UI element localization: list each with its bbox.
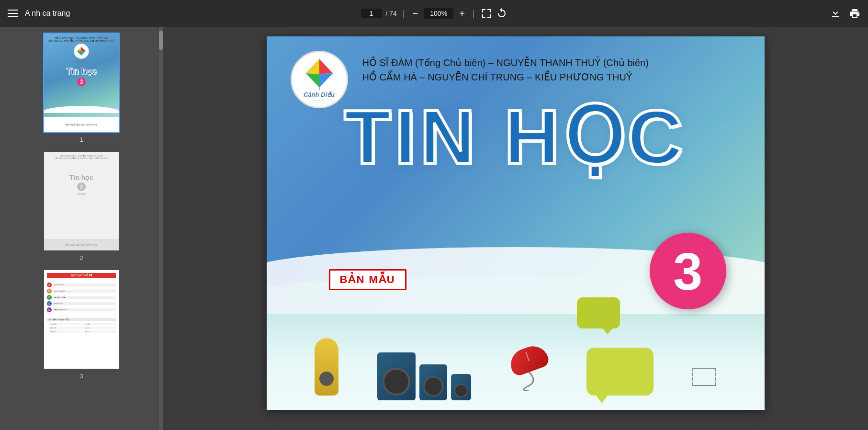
content-area: Cánh Diều ~ ~ ~ HỒ SĨ ĐÀM (Tổng Chủ biên…: [163, 27, 868, 430]
mouse-cable-icon: [509, 372, 548, 391]
yellow-tube-item: [315, 338, 338, 396]
thumb3-bg: MỤC LỤC CHỦ ĐỀ A máy tính và em B bàn ph…: [44, 270, 119, 369]
thumb2-top-text: HỒ SĨ ĐÀM (TBĐ) • NGUYỄN THANH THUỶ (CB)…: [53, 155, 110, 159]
rotate-icon: [496, 8, 507, 19]
authors-line1: HỒ SĨ ĐÀM (Tổng Chủ biên) – NGUYỄN THANH…: [362, 56, 750, 70]
page-input-wrap: [361, 9, 382, 18]
zoom-input-wrap: [424, 8, 453, 19]
thumbnail-frame-3: MỤC LỤC CHỦ ĐỀ A máy tính và em B bàn ph…: [43, 269, 120, 370]
thumb2-ban-hoc: BÁN HỌC: [77, 193, 86, 195]
toolbar-title: A nh ca trang: [25, 9, 70, 18]
svg-marker-2: [77, 51, 81, 56]
thumbnail-frame-1: HỒ SĨ ĐÀM (TBĐ) • NGUYỄN THANH THUỶ (CB)…: [43, 33, 120, 133]
svg-marker-1: [81, 47, 86, 51]
scroll-thumb: [159, 31, 163, 50]
number-circle: 3: [650, 233, 726, 309]
main-title: TIN HỌC: [281, 99, 750, 175]
thumb2-number: 3: [77, 182, 86, 191]
print-icon: [849, 8, 860, 19]
coil-bottom: [692, 382, 716, 386]
chat-bubble-large: [586, 348, 654, 396]
mouse-area: [509, 348, 548, 391]
thumb3-subrow-3: Cứu hỏa ... số 114: [49, 330, 116, 333]
fit-page-icon: [481, 8, 492, 19]
thumb3-row-b: B bàn phím máy tính: [47, 289, 116, 294]
coil-top: [692, 368, 716, 372]
page-display: Cánh Diều ~ ~ ~ HỒ SĨ ĐÀM (Tổng Chủ biên…: [267, 36, 765, 410]
download-icon: [830, 8, 841, 19]
separator-2: |: [473, 9, 475, 19]
rotate-button[interactable]: [496, 8, 507, 19]
svg-marker-7: [306, 59, 319, 74]
authors-area: HỒ SĨ ĐÀM (Tổng Chủ biên) – NGUYỄN THANH…: [362, 56, 750, 84]
thumbnail-item-1[interactable]: HỒ SĨ ĐÀM (TBĐ) • NGUYỄN THANH THUỶ (CB)…: [4, 33, 159, 143]
coil-area: [692, 368, 716, 386]
thumb2-bottom-bar: BAN XUẤT BẢN GIÁO DỤC TP.HCM: [44, 239, 119, 250]
thumb3-subrow: Trung Trực ... số 001: [49, 323, 116, 325]
bottom-items: [267, 324, 765, 400]
thumb3-row-c: C soạn thảo văn bản: [47, 295, 116, 300]
logo-kite-icon: [303, 57, 336, 90]
thumb1-wave: [44, 99, 119, 113]
thumb2-title: Tin học: [69, 174, 93, 181]
coil-mid2: [692, 377, 716, 381]
thumb1-title: Tin học: [66, 66, 97, 77]
thumb1-top-text: HỒ SĨ ĐÀM (TBĐ) • NGUYỄN THANH THUỶ (CB)…: [46, 36, 116, 43]
zoom-plus-button[interactable]: +: [457, 9, 467, 18]
download-button[interactable]: [830, 8, 841, 19]
thumbnail-label-1: 1: [79, 136, 83, 143]
ban-mau-box: BẢN MẪU: [329, 269, 406, 290]
sidebar: HỒ SĨ ĐÀM (TBĐ) • NGUYỄN THANH THUỶ (CB)…: [0, 27, 163, 430]
fit-page-button[interactable]: [481, 8, 492, 19]
separator-1: |: [403, 9, 405, 19]
hamburger-icon: [8, 10, 18, 17]
thumbnail-item-2[interactable]: HỒ SĨ ĐÀM (TBĐ) • NGUYỄN THANH THUỶ (CB)…: [4, 151, 159, 261]
main-area: HỒ SĨ ĐÀM (TBĐ) • NGUYỄN THANH THUỶ (CB)…: [0, 27, 868, 430]
speaker-group: [377, 352, 471, 400]
thumb1-bottom-bar: BAN XUẤT BẢN GIÁO DỤC TP.HCM: [44, 117, 119, 132]
logo-text: Cánh Diều: [304, 91, 335, 98]
speaker-large-item: [377, 352, 416, 400]
toolbar-center: / 74 | − + |: [361, 8, 507, 19]
ban-mau-text: BẢN MẪU: [340, 273, 395, 285]
speaker-small-item: [419, 364, 447, 400]
zoom-minus-button[interactable]: −: [410, 9, 420, 18]
authors-line2: HỒ CẨM HÀ – NGUYỄN CHÍ TRUNG – KIỀU PHƯƠ…: [362, 70, 750, 84]
thumb1-bg: HỒ SĨ ĐÀM (TBĐ) • NGUYỄN THANH THUỶ (CB)…: [44, 34, 119, 132]
thumbnail-frame-2: HỒ SĨ ĐÀM (TBĐ) • NGUYỄN THANH THUỶ (CB)…: [43, 151, 120, 251]
zoom-input[interactable]: [428, 10, 450, 17]
print-button[interactable]: [849, 8, 860, 19]
thumb3-subrow-2: Bệnh viện ... số 115: [49, 327, 116, 329]
menu-button[interactable]: [8, 10, 18, 17]
thumbnail-label-3: 3: [79, 373, 83, 380]
thumb1-logo: [74, 44, 89, 59]
toolbar: A nh ca trang / 74 | − + |: [0, 0, 868, 27]
scroll-indicator[interactable]: [159, 27, 163, 430]
chat-bubbles-area: [586, 297, 654, 396]
page-input[interactable]: [364, 10, 378, 17]
thumb2-bg: HỒ SĨ ĐÀM (TBĐ) • NGUYỄN THANH THUỶ (CB)…: [44, 152, 119, 250]
thumbnail-label-2: 2: [79, 254, 83, 261]
toolbar-right: [830, 8, 860, 19]
thumb3-section: SỐ ĐIỆN THOẠI KHẨN: [47, 318, 116, 321]
thumb3-header: MỤC LỤC CHỦ ĐỀ: [47, 273, 116, 278]
thumb3-row-a: A máy tính và em: [47, 283, 116, 287]
speaker-tiny-item: [451, 374, 471, 400]
thumb1-number: 3: [77, 78, 86, 86]
coil-mid1: [692, 373, 716, 376]
thumbnail-item-3[interactable]: MỤC LỤC CHỦ ĐỀ A máy tính và em B bàn ph…: [4, 269, 159, 380]
chat-bubble-small: [577, 297, 620, 328]
svg-marker-5: [319, 59, 333, 74]
thumb3-row-d: D internet và em: [47, 301, 116, 306]
page-separator: / 74: [385, 10, 396, 17]
thumb3-row-e: E thế giới số quanh em: [47, 307, 116, 312]
svg-marker-3: [77, 47, 81, 51]
